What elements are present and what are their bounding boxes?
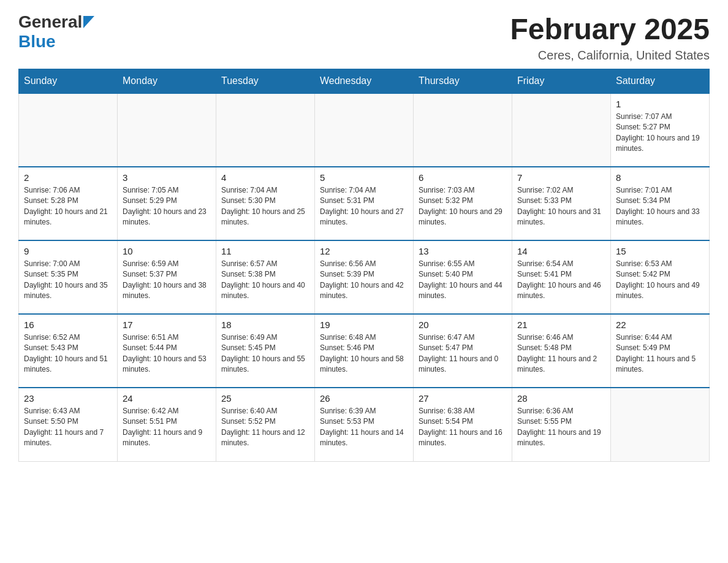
calendar-table: SundayMondayTuesdayWednesdayThursdayFrid… (18, 69, 710, 462)
calendar-cell (19, 93, 118, 167)
day-info: Sunrise: 7:02 AMSunset: 5:33 PMDaylight:… (517, 185, 605, 228)
calendar-week-row: 9Sunrise: 7:00 AMSunset: 5:35 PMDaylight… (19, 240, 710, 314)
day-info: Sunrise: 7:07 AMSunset: 5:27 PMDaylight:… (616, 112, 704, 155)
day-number: 27 (419, 393, 507, 404)
calendar-cell: 12Sunrise: 6:56 AMSunset: 5:39 PMDayligh… (315, 240, 414, 314)
logo: General Blue (18, 12, 94, 52)
day-number: 3 (123, 172, 211, 183)
calendar-cell: 6Sunrise: 7:03 AMSunset: 5:32 PMDaylight… (414, 167, 512, 240)
month-title: February 2025 (510, 12, 710, 46)
day-number: 7 (517, 172, 605, 183)
calendar-cell: 5Sunrise: 7:04 AMSunset: 5:31 PMDaylight… (315, 167, 414, 240)
day-number: 16 (24, 320, 112, 330)
calendar-cell (512, 93, 611, 167)
day-info: Sunrise: 6:51 AMSunset: 5:44 PMDaylight:… (123, 332, 211, 375)
calendar-cell (216, 93, 315, 167)
day-info: Sunrise: 6:54 AMSunset: 5:41 PMDaylight:… (517, 259, 605, 302)
day-number: 14 (517, 246, 605, 256)
calendar-cell: 1Sunrise: 7:07 AMSunset: 5:27 PMDaylight… (611, 93, 710, 167)
day-number: 2 (24, 172, 112, 183)
calendar-cell: 2Sunrise: 7:06 AMSunset: 5:28 PMDaylight… (19, 167, 118, 240)
calendar-day-header: Friday (512, 69, 611, 94)
calendar-cell: 25Sunrise: 6:40 AMSunset: 5:52 PMDayligh… (216, 388, 315, 461)
day-number: 22 (616, 320, 704, 330)
calendar-week-row: 2Sunrise: 7:06 AMSunset: 5:28 PMDaylight… (19, 167, 710, 240)
page-header: General Blue February 2025 Ceres, Califo… (18, 12, 710, 63)
calendar-cell: 17Sunrise: 6:51 AMSunset: 5:44 PMDayligh… (118, 314, 216, 388)
calendar-week-row: 16Sunrise: 6:52 AMSunset: 5:43 PMDayligh… (19, 314, 710, 388)
day-number: 15 (616, 246, 704, 256)
day-number: 13 (419, 246, 507, 256)
day-number: 21 (517, 320, 605, 330)
day-number: 26 (320, 393, 408, 404)
logo-blue-text: Blue (18, 32, 56, 52)
calendar-header-row: SundayMondayTuesdayWednesdayThursdayFrid… (19, 69, 710, 94)
day-info: Sunrise: 7:03 AMSunset: 5:32 PMDaylight:… (419, 185, 507, 228)
day-info: Sunrise: 6:40 AMSunset: 5:52 PMDaylight:… (221, 406, 309, 449)
day-info: Sunrise: 6:36 AMSunset: 5:55 PMDaylight:… (517, 406, 605, 449)
day-info: Sunrise: 6:52 AMSunset: 5:43 PMDaylight:… (24, 332, 112, 375)
logo-general-text: General (18, 12, 82, 32)
calendar-cell (611, 388, 710, 461)
calendar-cell: 28Sunrise: 6:36 AMSunset: 5:55 PMDayligh… (512, 388, 611, 461)
calendar-cell: 7Sunrise: 7:02 AMSunset: 5:33 PMDaylight… (512, 167, 611, 240)
calendar-cell: 15Sunrise: 6:53 AMSunset: 5:42 PMDayligh… (611, 240, 710, 314)
day-info: Sunrise: 6:57 AMSunset: 5:38 PMDaylight:… (221, 259, 309, 302)
calendar-cell: 8Sunrise: 7:01 AMSunset: 5:34 PMDaylight… (611, 167, 710, 240)
calendar-cell: 13Sunrise: 6:55 AMSunset: 5:40 PMDayligh… (414, 240, 512, 314)
calendar-week-row: 23Sunrise: 6:43 AMSunset: 5:50 PMDayligh… (19, 388, 710, 461)
calendar-cell: 19Sunrise: 6:48 AMSunset: 5:46 PMDayligh… (315, 314, 414, 388)
day-info: Sunrise: 7:04 AMSunset: 5:31 PMDaylight:… (320, 185, 408, 228)
day-info: Sunrise: 6:42 AMSunset: 5:51 PMDaylight:… (123, 406, 211, 449)
calendar-cell: 27Sunrise: 6:38 AMSunset: 5:54 PMDayligh… (414, 388, 512, 461)
calendar-day-header: Tuesday (216, 69, 315, 94)
day-number: 23 (24, 393, 112, 404)
calendar-cell: 23Sunrise: 6:43 AMSunset: 5:50 PMDayligh… (19, 388, 118, 461)
day-number: 25 (221, 393, 309, 404)
day-info: Sunrise: 6:56 AMSunset: 5:39 PMDaylight:… (320, 259, 408, 302)
day-info: Sunrise: 6:47 AMSunset: 5:47 PMDaylight:… (419, 332, 507, 375)
day-number: 12 (320, 246, 408, 256)
calendar-cell: 20Sunrise: 6:47 AMSunset: 5:47 PMDayligh… (414, 314, 512, 388)
day-info: Sunrise: 6:49 AMSunset: 5:45 PMDaylight:… (221, 332, 309, 375)
calendar-day-header: Thursday (414, 69, 512, 94)
calendar-week-row: 1Sunrise: 7:07 AMSunset: 5:27 PMDaylight… (19, 93, 710, 167)
day-number: 6 (419, 172, 507, 183)
day-number: 19 (320, 320, 408, 330)
calendar-cell: 18Sunrise: 6:49 AMSunset: 5:45 PMDayligh… (216, 314, 315, 388)
day-info: Sunrise: 6:44 AMSunset: 5:49 PMDaylight:… (616, 332, 704, 375)
day-info: Sunrise: 7:04 AMSunset: 5:30 PMDaylight:… (221, 185, 309, 228)
calendar-cell: 14Sunrise: 6:54 AMSunset: 5:41 PMDayligh… (512, 240, 611, 314)
day-number: 8 (616, 172, 704, 183)
day-number: 10 (123, 246, 211, 256)
svg-marker-0 (83, 16, 94, 28)
day-number: 24 (123, 393, 211, 404)
title-section: February 2025 Ceres, California, United … (510, 12, 710, 63)
logo-arrow-icon (83, 16, 94, 28)
calendar-cell: 21Sunrise: 6:46 AMSunset: 5:48 PMDayligh… (512, 314, 611, 388)
day-number: 17 (123, 320, 211, 330)
calendar-cell: 10Sunrise: 6:59 AMSunset: 5:37 PMDayligh… (118, 240, 216, 314)
day-info: Sunrise: 6:39 AMSunset: 5:53 PMDaylight:… (320, 406, 408, 449)
day-number: 18 (221, 320, 309, 330)
calendar-cell: 16Sunrise: 6:52 AMSunset: 5:43 PMDayligh… (19, 314, 118, 388)
calendar-day-header: Sunday (19, 69, 118, 94)
calendar-cell (414, 93, 512, 167)
calendar-cell: 4Sunrise: 7:04 AMSunset: 5:30 PMDaylight… (216, 167, 315, 240)
day-number: 1 (616, 99, 704, 109)
day-number: 4 (221, 172, 309, 183)
day-info: Sunrise: 6:46 AMSunset: 5:48 PMDaylight:… (517, 332, 605, 375)
day-number: 5 (320, 172, 408, 183)
calendar-day-header: Saturday (611, 69, 710, 94)
calendar-cell: 9Sunrise: 7:00 AMSunset: 5:35 PMDaylight… (19, 240, 118, 314)
calendar-cell: 24Sunrise: 6:42 AMSunset: 5:51 PMDayligh… (118, 388, 216, 461)
day-info: Sunrise: 6:53 AMSunset: 5:42 PMDaylight:… (616, 259, 704, 302)
day-number: 28 (517, 393, 605, 404)
day-number: 20 (419, 320, 507, 330)
calendar-day-header: Wednesday (315, 69, 414, 94)
day-info: Sunrise: 6:48 AMSunset: 5:46 PMDaylight:… (320, 332, 408, 375)
calendar-cell: 26Sunrise: 6:39 AMSunset: 5:53 PMDayligh… (315, 388, 414, 461)
day-info: Sunrise: 6:55 AMSunset: 5:40 PMDaylight:… (419, 259, 507, 302)
calendar-cell: 3Sunrise: 7:05 AMSunset: 5:29 PMDaylight… (118, 167, 216, 240)
day-info: Sunrise: 6:38 AMSunset: 5:54 PMDaylight:… (419, 406, 507, 449)
